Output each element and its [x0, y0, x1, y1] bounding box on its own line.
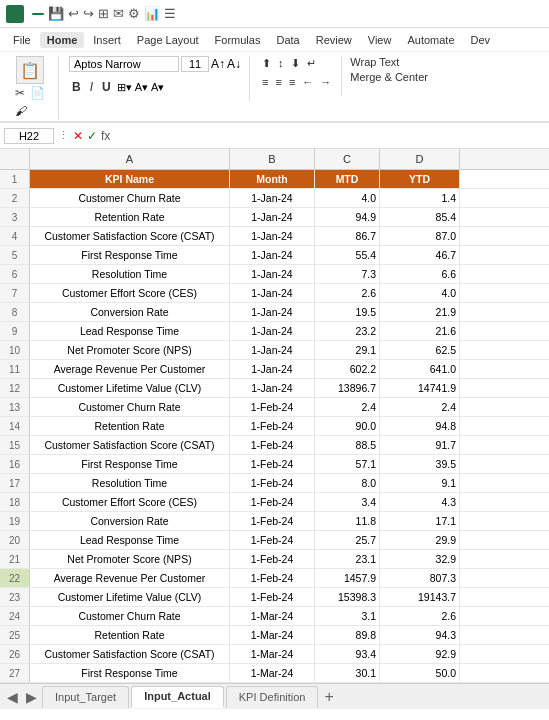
cell-d-25[interactable]: 94.3: [380, 626, 460, 644]
cell-a-7[interactable]: Customer Effort Score (CES): [30, 284, 230, 302]
cell-d-17[interactable]: 9.1: [380, 474, 460, 492]
table-row[interactable]: 23Customer Lifetime Value (CLV)1-Feb-241…: [0, 588, 549, 607]
cell-d-7[interactable]: 4.0: [380, 284, 460, 302]
add-sheet-button[interactable]: +: [320, 688, 337, 706]
cell-a-23[interactable]: Customer Lifetime Value (CLV): [30, 588, 230, 606]
font-family-input[interactable]: [69, 56, 179, 72]
cell-c-23[interactable]: 15398.3: [315, 588, 380, 606]
cell-b-2[interactable]: 1-Jan-24: [230, 189, 315, 207]
table-row[interactable]: 20Lead Response Time1-Feb-2425.729.9: [0, 531, 549, 550]
cell-c-6[interactable]: 7.3: [315, 265, 380, 283]
cell-b-7[interactable]: 1-Jan-24: [230, 284, 315, 302]
cell-a-21[interactable]: Net Promoter Score (NPS): [30, 550, 230, 568]
table-row[interactable]: 25Retention Rate1-Mar-2489.894.3: [0, 626, 549, 645]
font-color-button[interactable]: A▾: [151, 81, 164, 94]
italic-button[interactable]: I: [87, 79, 96, 95]
cell-d-6[interactable]: 6.6: [380, 265, 460, 283]
redo-icon[interactable]: ↪: [83, 6, 94, 21]
cell-d-1[interactable]: YTD: [380, 170, 460, 188]
cell-b-25[interactable]: 1-Mar-24: [230, 626, 315, 644]
table-row[interactable]: 26Customer Satisfaction Score (CSAT)1-Ma…: [0, 645, 549, 664]
cell-c-11[interactable]: 602.2: [315, 360, 380, 378]
align-left-icon[interactable]: ≡: [260, 75, 270, 89]
cell-b-1[interactable]: Month: [230, 170, 315, 188]
cell-c-16[interactable]: 57.1: [315, 455, 380, 473]
cell-a-1[interactable]: KPI Name: [30, 170, 230, 188]
cell-b-8[interactable]: 1-Jan-24: [230, 303, 315, 321]
col-header-c[interactable]: C: [315, 149, 380, 169]
cell-a-13[interactable]: Customer Churn Rate: [30, 398, 230, 416]
cell-b-16[interactable]: 1-Feb-24: [230, 455, 315, 473]
cell-c-9[interactable]: 23.2: [315, 322, 380, 340]
cut-icon[interactable]: ✂: [14, 85, 26, 101]
cell-a-16[interactable]: First Response Time: [30, 455, 230, 473]
cell-a-2[interactable]: Customer Churn Rate: [30, 189, 230, 207]
cell-b-15[interactable]: 1-Feb-24: [230, 436, 315, 454]
cell-b-27[interactable]: 1-Mar-24: [230, 664, 315, 682]
cell-a-24[interactable]: Customer Churn Rate: [30, 607, 230, 625]
cell-b-5[interactable]: 1-Jan-24: [230, 246, 315, 264]
cell-a-5[interactable]: First Response Time: [30, 246, 230, 264]
cell-c-14[interactable]: 90.0: [315, 417, 380, 435]
sheet-tab-input-actual[interactable]: Input_Actual: [131, 686, 224, 708]
autosave-toggle[interactable]: [32, 13, 44, 15]
formula-input[interactable]: [114, 129, 545, 143]
cell-c-17[interactable]: 8.0: [315, 474, 380, 492]
cell-c-18[interactable]: 3.4: [315, 493, 380, 511]
cell-a-26[interactable]: Customer Satisfaction Score (CSAT): [30, 645, 230, 663]
cell-c-19[interactable]: 11.8: [315, 512, 380, 530]
table-row[interactable]: 27First Response Time1-Mar-2430.150.0: [0, 664, 549, 683]
cell-a-14[interactable]: Retention Rate: [30, 417, 230, 435]
cell-b-18[interactable]: 1-Feb-24: [230, 493, 315, 511]
cell-d-8[interactable]: 21.9: [380, 303, 460, 321]
cell-a-22[interactable]: Average Revenue Per Customer: [30, 569, 230, 587]
table-row[interactable]: 14Retention Rate1-Feb-2490.094.8: [0, 417, 549, 436]
cell-d-5[interactable]: 46.7: [380, 246, 460, 264]
align-top-icon[interactable]: ⬆: [260, 56, 273, 71]
bold-button[interactable]: B: [69, 79, 84, 95]
chart-icon[interactable]: 📊: [144, 6, 160, 21]
col-header-d[interactable]: D: [380, 149, 460, 169]
table-row[interactable]: 5First Response Time1-Jan-2455.446.7: [0, 246, 549, 265]
cell-a-27[interactable]: First Response Time: [30, 664, 230, 682]
table-row[interactable]: 12Customer Lifetime Value (CLV)1-Jan-241…: [0, 379, 549, 398]
cell-b-6[interactable]: 1-Jan-24: [230, 265, 315, 283]
font-size-input[interactable]: [181, 56, 209, 72]
table-row[interactable]: 4Customer Satisfaction Score (CSAT)1-Jan…: [0, 227, 549, 246]
cell-a-11[interactable]: Average Revenue Per Customer: [30, 360, 230, 378]
cell-a-6[interactable]: Resolution Time: [30, 265, 230, 283]
grid-icon[interactable]: ⊞: [98, 6, 109, 21]
indent-decrease-icon[interactable]: ←: [300, 75, 315, 89]
align-right-icon[interactable]: ≡: [287, 75, 297, 89]
cell-a-15[interactable]: Customer Satisfaction Score (CSAT): [30, 436, 230, 454]
expand-name-box-icon[interactable]: ⋮: [58, 129, 69, 142]
cell-b-14[interactable]: 1-Feb-24: [230, 417, 315, 435]
menu-page-layout[interactable]: Page Layout: [130, 32, 206, 48]
menu-home[interactable]: Home: [40, 32, 85, 48]
cell-a-19[interactable]: Conversion Rate: [30, 512, 230, 530]
cell-c-15[interactable]: 88.5: [315, 436, 380, 454]
cell-d-26[interactable]: 92.9: [380, 645, 460, 663]
table-row[interactable]: 13Customer Churn Rate1-Feb-242.42.4: [0, 398, 549, 417]
cell-b-11[interactable]: 1-Jan-24: [230, 360, 315, 378]
cell-d-9[interactable]: 21.6: [380, 322, 460, 340]
format-painter-icon[interactable]: 🖌: [14, 103, 28, 119]
undo-icon[interactable]: ↩: [68, 6, 79, 21]
table-row[interactable]: 17Resolution Time1-Feb-248.09.1: [0, 474, 549, 493]
menu-formulas[interactable]: Formulas: [208, 32, 268, 48]
insert-function-icon[interactable]: fx: [101, 129, 110, 143]
cell-c-26[interactable]: 93.4: [315, 645, 380, 663]
cell-c-2[interactable]: 4.0: [315, 189, 380, 207]
underline-button[interactable]: U: [99, 79, 114, 95]
table-row[interactable]: 8Conversion Rate1-Jan-2419.521.9: [0, 303, 549, 322]
cell-c-8[interactable]: 19.5: [315, 303, 380, 321]
cell-b-12[interactable]: 1-Jan-24: [230, 379, 315, 397]
cell-b-19[interactable]: 1-Feb-24: [230, 512, 315, 530]
cell-c-4[interactable]: 86.7: [315, 227, 380, 245]
cell-c-24[interactable]: 3.1: [315, 607, 380, 625]
paste-button[interactable]: 📋: [16, 56, 44, 84]
table-row[interactable]: 18Customer Effort Score (CES)1-Feb-243.4…: [0, 493, 549, 512]
menu-data[interactable]: Data: [269, 32, 306, 48]
cell-b-17[interactable]: 1-Feb-24: [230, 474, 315, 492]
cell-b-23[interactable]: 1-Feb-24: [230, 588, 315, 606]
